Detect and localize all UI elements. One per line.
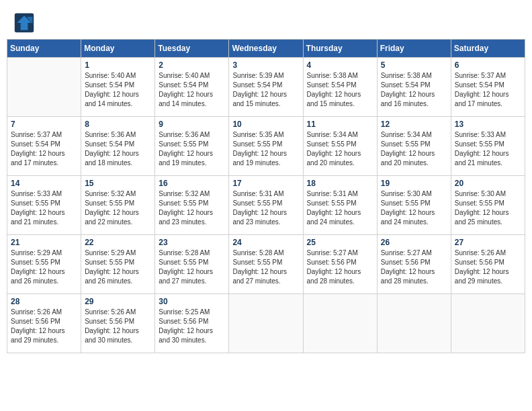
day-info: Sunrise: 5:36 AM Sunset: 5:55 PM Dayligh… <box>159 130 225 168</box>
day-info: Sunrise: 5:27 AM Sunset: 5:56 PM Dayligh… <box>381 248 447 286</box>
calendar-cell: 17Sunrise: 5:31 AM Sunset: 5:55 PM Dayli… <box>229 176 303 235</box>
day-number: 29 <box>85 297 151 306</box>
calendar-cell: 6Sunrise: 5:37 AM Sunset: 5:54 PM Daylig… <box>451 58 525 117</box>
day-number: 30 <box>159 297 225 306</box>
day-number: 4 <box>307 60 373 70</box>
calendar-cell: 27Sunrise: 5:26 AM Sunset: 5:56 PM Dayli… <box>451 235 525 294</box>
day-number: 21 <box>11 238 77 247</box>
day-number: 12 <box>381 120 447 129</box>
day-number: 8 <box>85 120 151 129</box>
day-info: Sunrise: 5:40 AM Sunset: 5:54 PM Dayligh… <box>159 71 225 109</box>
day-info: Sunrise: 5:26 AM Sunset: 5:56 PM Dayligh… <box>455 248 521 286</box>
day-info: Sunrise: 5:31 AM Sunset: 5:55 PM Dayligh… <box>232 189 299 227</box>
day-number: 18 <box>307 179 373 188</box>
day-info: Sunrise: 5:28 AM Sunset: 5:55 PM Dayligh… <box>232 248 299 286</box>
day-info: Sunrise: 5:32 AM Sunset: 5:55 PM Dayligh… <box>159 189 225 227</box>
day-number: 7 <box>11 120 77 129</box>
day-number: 2 <box>159 60 225 70</box>
day-number: 14 <box>11 179 77 188</box>
calendar-cell: 15Sunrise: 5:32 AM Sunset: 5:55 PM Dayli… <box>81 176 155 235</box>
calendar-table: SundayMondayTuesdayWednesdayThursdayFrid… <box>7 39 525 353</box>
calendar-cell: 29Sunrise: 5:26 AM Sunset: 5:56 PM Dayli… <box>81 294 155 353</box>
day-number: 9 <box>159 120 225 129</box>
day-info: Sunrise: 5:35 AM Sunset: 5:55 PM Dayligh… <box>232 130 299 168</box>
day-info: Sunrise: 5:38 AM Sunset: 5:54 PM Dayligh… <box>381 71 447 109</box>
day-number: 19 <box>381 179 447 188</box>
calendar-cell: 12Sunrise: 5:34 AM Sunset: 5:55 PM Dayli… <box>377 117 451 176</box>
day-number: 24 <box>232 238 299 247</box>
calendar-cell: 4Sunrise: 5:38 AM Sunset: 5:54 PM Daylig… <box>303 58 377 117</box>
day-info: Sunrise: 5:26 AM Sunset: 5:56 PM Dayligh… <box>85 308 151 345</box>
calendar-cell: 18Sunrise: 5:31 AM Sunset: 5:55 PM Dayli… <box>303 176 377 235</box>
calendar-cell: 14Sunrise: 5:33 AM Sunset: 5:55 PM Dayli… <box>7 176 81 235</box>
logo-icon <box>13 12 35 34</box>
calendar-cell: 9Sunrise: 5:36 AM Sunset: 5:55 PM Daylig… <box>155 117 229 176</box>
calendar-day-header: Sunday <box>7 40 81 58</box>
calendar-day-header: Wednesday <box>229 40 303 58</box>
calendar-cell: 11Sunrise: 5:34 AM Sunset: 5:55 PM Dayli… <box>303 117 377 176</box>
calendar-cell <box>451 294 525 353</box>
day-number: 17 <box>232 179 299 188</box>
calendar-cell: 1Sunrise: 5:40 AM Sunset: 5:54 PM Daylig… <box>81 58 155 117</box>
day-number: 27 <box>455 238 521 247</box>
day-number: 22 <box>85 238 151 247</box>
calendar-cell: 8Sunrise: 5:36 AM Sunset: 5:54 PM Daylig… <box>81 117 155 176</box>
day-info: Sunrise: 5:25 AM Sunset: 5:56 PM Dayligh… <box>159 308 225 345</box>
day-info: Sunrise: 5:34 AM Sunset: 5:55 PM Dayligh… <box>381 130 447 168</box>
calendar-cell: 20Sunrise: 5:30 AM Sunset: 5:55 PM Dayli… <box>451 176 525 235</box>
day-number: 26 <box>381 238 447 247</box>
calendar-cell: 3Sunrise: 5:39 AM Sunset: 5:54 PM Daylig… <box>229 58 303 117</box>
day-info: Sunrise: 5:30 AM Sunset: 5:55 PM Dayligh… <box>381 189 447 227</box>
calendar-cell <box>377 294 451 353</box>
calendar-week-row: 14Sunrise: 5:33 AM Sunset: 5:55 PM Dayli… <box>7 176 525 235</box>
calendar-day-header: Thursday <box>303 40 377 58</box>
calendar-week-row: 21Sunrise: 5:29 AM Sunset: 5:55 PM Dayli… <box>7 235 525 294</box>
calendar-cell: 25Sunrise: 5:27 AM Sunset: 5:56 PM Dayli… <box>303 235 377 294</box>
day-number: 11 <box>307 120 373 129</box>
day-number: 28 <box>11 297 77 306</box>
day-info: Sunrise: 5:37 AM Sunset: 5:54 PM Dayligh… <box>11 130 77 168</box>
day-info: Sunrise: 5:28 AM Sunset: 5:55 PM Dayligh… <box>159 248 225 286</box>
calendar-cell: 24Sunrise: 5:28 AM Sunset: 5:55 PM Dayli… <box>229 235 303 294</box>
calendar-week-row: 1Sunrise: 5:40 AM Sunset: 5:54 PM Daylig… <box>7 58 525 117</box>
calendar-day-header: Tuesday <box>155 40 229 58</box>
calendar-cell: 22Sunrise: 5:29 AM Sunset: 5:55 PM Dayli… <box>81 235 155 294</box>
calendar-day-header: Friday <box>377 40 451 58</box>
calendar-cell: 30Sunrise: 5:25 AM Sunset: 5:56 PM Dayli… <box>155 294 229 353</box>
calendar-week-row: 7Sunrise: 5:37 AM Sunset: 5:54 PM Daylig… <box>7 117 525 176</box>
day-number: 16 <box>159 179 225 188</box>
day-number: 6 <box>455 60 521 70</box>
calendar-cell: 21Sunrise: 5:29 AM Sunset: 5:55 PM Dayli… <box>7 235 81 294</box>
calendar-cell: 7Sunrise: 5:37 AM Sunset: 5:54 PM Daylig… <box>7 117 81 176</box>
calendar-cell: 26Sunrise: 5:27 AM Sunset: 5:56 PM Dayli… <box>377 235 451 294</box>
day-number: 10 <box>232 120 299 129</box>
day-info: Sunrise: 5:39 AM Sunset: 5:54 PM Dayligh… <box>232 71 299 109</box>
calendar-cell: 19Sunrise: 5:30 AM Sunset: 5:55 PM Dayli… <box>377 176 451 235</box>
logo <box>13 12 36 34</box>
day-number: 23 <box>159 238 225 247</box>
day-info: Sunrise: 5:40 AM Sunset: 5:54 PM Dayligh… <box>85 71 151 109</box>
day-info: Sunrise: 5:31 AM Sunset: 5:55 PM Dayligh… <box>307 189 373 227</box>
calendar-week-row: 28Sunrise: 5:26 AM Sunset: 5:56 PM Dayli… <box>7 294 525 353</box>
day-number: 3 <box>232 60 299 70</box>
calendar-cell: 28Sunrise: 5:26 AM Sunset: 5:56 PM Dayli… <box>7 294 81 353</box>
calendar-cell <box>229 294 303 353</box>
calendar-cell: 5Sunrise: 5:38 AM Sunset: 5:54 PM Daylig… <box>377 58 451 117</box>
day-number: 25 <box>307 238 373 247</box>
day-number: 13 <box>455 120 521 129</box>
calendar-cell: 13Sunrise: 5:33 AM Sunset: 5:55 PM Dayli… <box>451 117 525 176</box>
day-info: Sunrise: 5:32 AM Sunset: 5:55 PM Dayligh… <box>85 189 151 227</box>
day-number: 15 <box>85 179 151 188</box>
calendar-cell: 2Sunrise: 5:40 AM Sunset: 5:54 PM Daylig… <box>155 58 229 117</box>
day-info: Sunrise: 5:34 AM Sunset: 5:55 PM Dayligh… <box>307 130 373 168</box>
day-number: 1 <box>85 60 151 70</box>
day-info: Sunrise: 5:33 AM Sunset: 5:55 PM Dayligh… <box>11 189 77 227</box>
day-info: Sunrise: 5:36 AM Sunset: 5:54 PM Dayligh… <box>85 130 151 168</box>
day-info: Sunrise: 5:29 AM Sunset: 5:55 PM Dayligh… <box>11 248 77 286</box>
calendar-cell <box>303 294 377 353</box>
day-number: 5 <box>381 60 447 70</box>
calendar-day-header: Saturday <box>451 40 525 58</box>
day-info: Sunrise: 5:30 AM Sunset: 5:55 PM Dayligh… <box>455 189 521 227</box>
calendar-cell: 23Sunrise: 5:28 AM Sunset: 5:55 PM Dayli… <box>155 235 229 294</box>
day-info: Sunrise: 5:27 AM Sunset: 5:56 PM Dayligh… <box>307 248 373 286</box>
